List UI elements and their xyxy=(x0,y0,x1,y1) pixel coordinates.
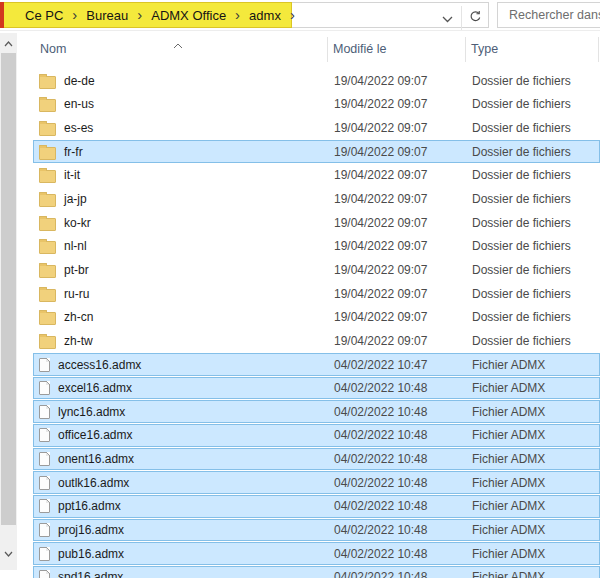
scroll-down-button[interactable] xyxy=(0,543,17,561)
file-name: pub16.admx xyxy=(58,547,124,561)
file-row[interactable]: lync16.admx 04/02/2022 10:48 Fichier ADM… xyxy=(33,400,600,423)
sort-ascending-icon xyxy=(173,35,183,53)
file-type: Dossier de fichiers xyxy=(472,192,571,206)
file-icon xyxy=(39,381,50,395)
file-icon xyxy=(39,570,50,578)
folder-icon xyxy=(39,241,56,254)
file-name: de-de xyxy=(64,74,95,88)
file-row[interactable]: zh-cn 19/04/2022 09:07 Dossier de fichie… xyxy=(33,306,600,329)
file-type: Dossier de fichiers xyxy=(472,263,571,277)
file-type: Fichier ADMX xyxy=(472,476,545,490)
file-row[interactable]: es-es 19/04/2022 09:07 Dossier de fichie… xyxy=(33,117,600,140)
toolbar: Ce PC › Bureau › ADMX Office › admx › xyxy=(0,0,600,31)
column-header-type[interactable]: Type xyxy=(471,42,498,56)
file-row[interactable]: nl-nl 19/04/2022 09:07 Dossier de fichie… xyxy=(33,235,600,258)
file-row[interactable]: en-us 19/04/2022 09:07 Dossier de fichie… xyxy=(33,93,600,116)
file-type: Dossier de fichiers xyxy=(472,74,571,88)
file-row[interactable]: zh-tw 19/04/2022 09:07 Dossier de fichie… xyxy=(33,330,600,353)
file-name: onent16.admx xyxy=(58,452,134,466)
file-modified-date: 19/04/2022 09:07 xyxy=(334,145,427,159)
breadcrumb-separator-icon[interactable]: › xyxy=(235,7,240,22)
column-header-name[interactable]: Nom xyxy=(40,42,66,56)
file-modified-date: 19/04/2022 09:07 xyxy=(334,121,427,135)
refresh-button[interactable] xyxy=(461,6,488,30)
file-row[interactable]: ko-kr 19/04/2022 09:07 Dossier de fichie… xyxy=(33,211,600,234)
file-row[interactable]: access16.admx 04/02/2022 10:47 Fichier A… xyxy=(33,353,600,376)
file-name: outlk16.admx xyxy=(58,476,129,490)
breadcrumb-item-admx-office[interactable]: ADMX Office xyxy=(151,8,226,23)
file-modified-date: 04/02/2022 10:48 xyxy=(334,499,427,513)
file-row[interactable]: office16.admx 04/02/2022 10:48 Fichier A… xyxy=(33,424,600,447)
file-row[interactable]: ru-ru 19/04/2022 09:07 Dossier de fichie… xyxy=(33,282,600,305)
file-icon xyxy=(39,452,50,466)
file-row[interactable]: proj16.admx 04/02/2022 10:48 Fichier ADM… xyxy=(33,519,600,542)
breadcrumb-item-bureau[interactable]: Bureau xyxy=(86,8,128,23)
file-name: fr-fr xyxy=(64,145,83,159)
vertical-scrollbar[interactable] xyxy=(0,33,17,570)
annotation-red-strip xyxy=(0,2,4,28)
file-row[interactable]: ppt16.admx 04/02/2022 10:48 Fichier ADMX xyxy=(33,495,600,518)
file-icon xyxy=(39,358,50,372)
file-icon xyxy=(39,405,50,419)
breadcrumb-item-admx[interactable]: admx xyxy=(249,8,281,23)
file-name: ppt16.admx xyxy=(58,499,121,513)
file-row[interactable]: onent16.admx 04/02/2022 10:48 Fichier AD… xyxy=(33,448,600,471)
column-divider[interactable] xyxy=(465,37,466,62)
search-input[interactable] xyxy=(498,3,600,27)
file-modified-date: 19/04/2022 09:07 xyxy=(334,239,427,253)
search-box[interactable] xyxy=(497,2,600,28)
scroll-up-icon xyxy=(4,33,13,51)
file-type: Fichier ADMX xyxy=(472,358,545,372)
file-row[interactable]: de-de 19/04/2022 09:07 Dossier de fichie… xyxy=(33,70,600,93)
folder-icon xyxy=(39,147,56,160)
file-type: Dossier de fichiers xyxy=(472,334,571,348)
breadcrumb-item-ce-pc[interactable]: Ce PC xyxy=(25,8,63,23)
file-modified-date: 19/04/2022 09:07 xyxy=(334,74,427,88)
file-name: proj16.admx xyxy=(58,523,124,537)
scroll-down-icon xyxy=(4,543,13,561)
file-modified-date: 04/02/2022 10:48 xyxy=(334,570,427,578)
column-divider[interactable] xyxy=(598,37,599,62)
file-name: zh-cn xyxy=(64,310,93,324)
breadcrumb-separator-icon[interactable]: › xyxy=(290,7,295,22)
file-row[interactable]: fr-fr 19/04/2022 09:07 Dossier de fichie… xyxy=(33,140,600,163)
file-type: Dossier de fichiers xyxy=(472,145,571,159)
column-header-modified[interactable]: Modifié le xyxy=(333,42,387,56)
breadcrumb-separator-icon[interactable]: › xyxy=(72,7,77,22)
file-modified-date: 19/04/2022 09:07 xyxy=(334,287,427,301)
file-type: Dossier de fichiers xyxy=(472,287,571,301)
file-row[interactable]: pt-br 19/04/2022 09:07 Dossier de fichie… xyxy=(33,259,600,282)
file-row[interactable]: pub16.admx 04/02/2022 10:48 Fichier ADMX xyxy=(33,542,600,565)
file-row[interactable]: excel16.admx 04/02/2022 10:48 Fichier AD… xyxy=(33,377,600,400)
file-name: es-es xyxy=(64,121,93,135)
breadcrumb-separator-icon[interactable]: › xyxy=(137,7,142,22)
file-type: Dossier de fichiers xyxy=(472,97,571,111)
file-type: Dossier de fichiers xyxy=(472,121,571,135)
folder-icon xyxy=(39,312,56,325)
scroll-up-button[interactable] xyxy=(0,33,17,51)
file-name: access16.admx xyxy=(58,358,141,372)
file-row[interactable]: spd16.admx 04/02/2022 10:48 Fichier ADMX xyxy=(33,566,600,578)
column-divider[interactable] xyxy=(327,37,328,62)
folder-icon xyxy=(39,218,56,231)
file-modified-date: 19/04/2022 09:07 xyxy=(334,192,427,206)
breadcrumb: Ce PC › Bureau › ADMX Office › admx › xyxy=(3,2,292,28)
folder-icon xyxy=(39,99,56,112)
file-modified-date: 19/04/2022 09:07 xyxy=(334,310,427,324)
file-type: Dossier de fichiers xyxy=(472,168,571,182)
scrollbar-thumb[interactable] xyxy=(1,53,16,525)
file-modified-date: 19/04/2022 09:07 xyxy=(334,168,427,182)
file-icon xyxy=(39,523,50,537)
file-modified-date: 19/04/2022 09:07 xyxy=(334,216,427,230)
file-modified-date: 19/04/2022 09:07 xyxy=(334,97,427,111)
folder-icon xyxy=(39,336,56,349)
file-row[interactable]: ja-jp 19/04/2022 09:07 Dossier de fichie… xyxy=(33,188,600,211)
file-row[interactable]: it-it 19/04/2022 09:07 Dossier de fichie… xyxy=(33,164,600,187)
column-headers: Nom Modifié le Type xyxy=(17,35,600,63)
file-type: Fichier ADMX xyxy=(472,523,545,537)
file-row[interactable]: outlk16.admx 04/02/2022 10:48 Fichier AD… xyxy=(33,471,600,494)
file-modified-date: 04/02/2022 10:48 xyxy=(334,523,427,537)
file-type: Fichier ADMX xyxy=(472,570,545,578)
file-type: Dossier de fichiers xyxy=(472,239,571,253)
address-dropdown-button[interactable] xyxy=(434,6,461,30)
